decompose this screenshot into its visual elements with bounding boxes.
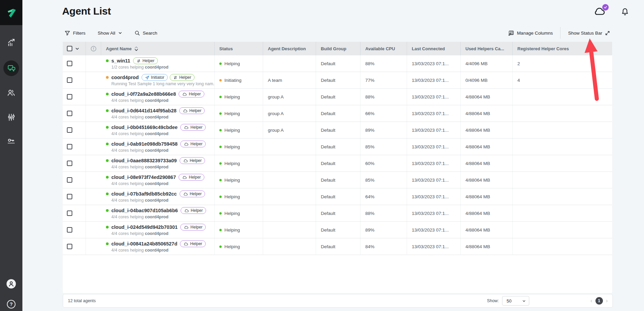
agent-name: cloud_i-0f72a9a2e88b666e8 xyxy=(111,91,176,97)
sidebar-item-agents[interactable] xyxy=(0,60,22,76)
sidebar-user-avatar[interactable] xyxy=(0,276,22,292)
row-alert-cell xyxy=(86,122,101,138)
agent-badges: Helper xyxy=(179,91,204,97)
row-alert-cell xyxy=(86,172,101,188)
table-row[interactable]: cloud_i-0b0451669c49cbdee Helper 4/4 cor… xyxy=(63,122,612,139)
column-header-registered-helper-cores[interactable]: Registered Helper Cores xyxy=(513,42,612,55)
build-group-cell: Default xyxy=(316,155,361,171)
active-item-highlight xyxy=(3,60,19,76)
row-checkbox[interactable] xyxy=(67,94,72,99)
show-all-label: Show All xyxy=(98,31,115,36)
select-all-checkbox[interactable] xyxy=(67,46,72,51)
build-group-cell: Default xyxy=(316,72,361,88)
avatar-icon xyxy=(6,279,16,289)
column-header-description[interactable]: Agent Description xyxy=(263,42,316,55)
column-label: Agent Description xyxy=(268,46,306,51)
available-cpu-cell: 85% xyxy=(361,139,407,155)
row-checkbox[interactable] xyxy=(67,211,72,216)
swap-arrows-icon xyxy=(136,59,141,63)
row-checkbox[interactable] xyxy=(67,194,72,199)
registered-cores-cell: 2 xyxy=(513,55,612,72)
row-checkbox[interactable] xyxy=(67,111,72,116)
sidebar-item-users[interactable] xyxy=(0,85,22,101)
select-menu-chevron-icon[interactable] xyxy=(75,47,79,51)
page-title: Agent List xyxy=(62,5,111,17)
description-cell xyxy=(263,139,316,155)
description-cell: group A xyxy=(263,122,316,138)
manage-columns-button[interactable]: Manage Columns xyxy=(508,30,553,36)
table-row[interactable]: cloud_i-00841a24b8506527d Helper 4/4 cor… xyxy=(63,238,612,255)
page-size-select[interactable]: 50 xyxy=(502,296,529,306)
agent-subtext: 4/4 cores helping coord4prod xyxy=(111,215,168,219)
filters-button[interactable]: Filters xyxy=(65,30,86,36)
sidebar-item-license[interactable] xyxy=(0,133,22,150)
last-connected-cell: 13/03/2023 07:1... xyxy=(407,105,461,122)
cloud-icon xyxy=(184,225,189,230)
show-status-bar-button[interactable]: Show Status Bar xyxy=(568,31,610,36)
status-dot xyxy=(219,196,222,198)
sidebar-help[interactable]: ? xyxy=(0,296,22,311)
prev-page-button[interactable]: ‹ xyxy=(590,298,592,304)
agent-name: cloud_i-0b0451669c49cbdee xyxy=(111,125,178,130)
app-logo[interactable] xyxy=(0,0,22,25)
column-header-last-connected[interactable]: Last Connected xyxy=(407,42,461,55)
column-header-build-group[interactable]: Build Group xyxy=(316,42,361,55)
cloud-icon xyxy=(183,242,188,246)
row-checkbox[interactable] xyxy=(67,244,72,249)
status-label: Helping xyxy=(224,94,240,99)
table-row[interactable]: cloud_i-0f72a9a2e88b666e8 Helper 4/4 cor… xyxy=(63,89,612,105)
badge-label: Initiator xyxy=(151,75,164,80)
table-row[interactable]: s_win11 Helper 1/2 cores helping coord4p… xyxy=(63,55,612,72)
next-page-button[interactable]: › xyxy=(606,298,608,304)
status-dot xyxy=(219,112,222,115)
table-row[interactable]: cloud_i-07b3af9db85cb92cc Helper 4/4 cor… xyxy=(63,188,612,205)
agent-subtext: 4/4 cores helping coord4prod xyxy=(111,98,168,103)
cloud-status-button[interactable] xyxy=(593,6,606,18)
column-header-used-helpers[interactable]: Used Helpers Ca... xyxy=(461,42,513,55)
manage-columns-icon xyxy=(508,30,514,36)
row-checkbox[interactable] xyxy=(67,177,72,183)
badge-label: Helper xyxy=(190,191,202,196)
row-alert-cell xyxy=(86,205,101,221)
registered-cores-cell: 4 xyxy=(513,72,612,88)
available-cpu-cell: 66% xyxy=(361,105,407,122)
notifications-button[interactable] xyxy=(620,6,630,18)
used-helpers-cell: 4/88064 MB xyxy=(461,105,513,122)
column-header-agent-name[interactable]: Agent Name xyxy=(101,42,215,55)
sidebar-item-settings[interactable] xyxy=(0,109,22,125)
current-page-button[interactable]: 1 xyxy=(595,297,603,305)
row-checkbox[interactable] xyxy=(67,227,72,233)
column-label: Last Connected xyxy=(412,46,445,51)
badge-label: Helper xyxy=(189,108,201,113)
table-row[interactable]: cloud_i-0d6441d144f95ab28 Helper 4/4 cor… xyxy=(63,105,612,122)
column-header-status[interactable]: Status xyxy=(215,42,263,55)
row-alert-cell xyxy=(86,155,101,171)
show-all-dropdown[interactable]: Show All xyxy=(98,31,122,36)
row-checkbox[interactable] xyxy=(67,77,72,83)
description-cell: group A xyxy=(263,89,316,105)
agent-badges: Helper xyxy=(180,157,205,164)
table-row[interactable]: cloud_i-024d549d942b70301 Helper 4/4 cor… xyxy=(63,222,612,238)
status-label: Initiating xyxy=(224,78,241,83)
sort-icon[interactable] xyxy=(134,47,138,51)
agent-badges: Helper xyxy=(180,240,205,247)
row-checkbox[interactable] xyxy=(67,144,72,149)
row-checkbox[interactable] xyxy=(67,61,72,66)
table-row[interactable]: cloud_i-08e973f74ed290867 Helper 4/4 cor… xyxy=(63,172,612,188)
agent-state-dot xyxy=(106,143,109,145)
table-row[interactable]: cloud_i-04bac907d105ab6b6 Helper 4/4 cor… xyxy=(63,205,612,222)
available-cpu-cell: 60% xyxy=(361,155,407,171)
table-row[interactable]: coord4prod InitiatorHelper Running Test … xyxy=(63,72,612,89)
column-label: Agent Name xyxy=(106,46,132,51)
table-row[interactable]: cloud_i-0aae8883239733a09 Helper 4/4 cor… xyxy=(63,155,612,172)
column-header-available-cpu[interactable]: Available CPU xyxy=(361,42,407,55)
agent-subtext: 4/4 cores helping coord4prod xyxy=(111,231,168,236)
sidebar-item-analytics[interactable] xyxy=(0,34,22,51)
agents-table: Agent Name Status Agent Description Buil… xyxy=(63,42,612,293)
build-group-cell: Default xyxy=(316,55,361,72)
badge-helper-cloud: Helper xyxy=(180,157,205,164)
table-row[interactable]: cloud_i-0ab91e098db759458 Helper 4/4 cor… xyxy=(63,139,612,155)
search-button[interactable]: Search xyxy=(134,30,158,36)
row-checkbox[interactable] xyxy=(67,161,72,166)
row-checkbox[interactable] xyxy=(67,127,72,133)
